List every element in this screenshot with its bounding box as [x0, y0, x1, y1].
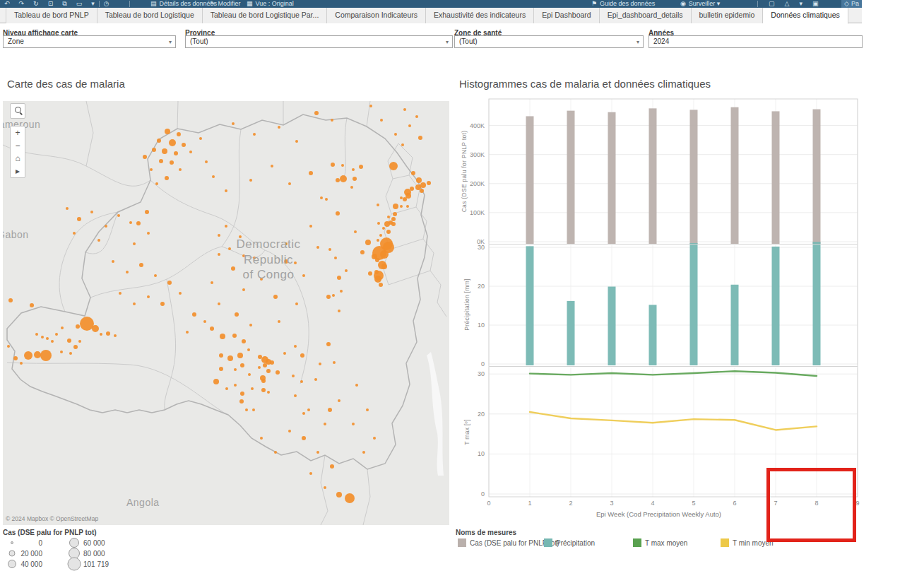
legend-item-tmin[interactable]: T min moyen	[721, 538, 774, 547]
bar-precipitation-week-2[interactable]	[567, 301, 575, 365]
malaria-case-dot[interactable]	[136, 221, 141, 225]
malaria-case-dot[interactable]	[420, 182, 426, 188]
malaria-case-dot[interactable]	[337, 276, 341, 280]
malaria-case-dot[interactable]	[203, 320, 206, 323]
bar-cas-malaria-week-8[interactable]	[813, 110, 821, 244]
malaria-case-dot[interactable]	[328, 408, 332, 412]
malaria-case-dot[interactable]	[133, 242, 136, 245]
malaria-case-dot[interactable]	[330, 464, 334, 469]
malaria-case-dot[interactable]	[300, 353, 304, 358]
expand-button[interactable]: ▸	[11, 165, 25, 177]
malaria-case-dot[interactable]	[114, 334, 117, 337]
tab-epi-dashboard-details[interactable]: Epi_dashboard_details	[600, 8, 692, 23]
malaria-map[interactable]: Cameroun Gabon Democratic Republic of Co…	[3, 101, 449, 525]
malaria-case-dot[interactable]	[261, 379, 266, 383]
malaria-case-dot[interactable]	[258, 366, 261, 369]
malaria-case-dot[interactable]	[384, 221, 390, 227]
malaria-case-dot[interactable]	[234, 384, 237, 387]
comment-icon[interactable]: ▢	[769, 0, 775, 8]
malaria-case-dot[interactable]	[379, 234, 382, 237]
malaria-case-dot[interactable]	[41, 336, 44, 339]
malaria-case-dot[interactable]	[239, 399, 244, 404]
malaria-case-dot[interactable]	[232, 122, 235, 125]
undo-icon[interactable]: ↶	[4, 0, 10, 8]
malaria-case-dot[interactable]	[345, 493, 355, 503]
legend-item-precipitation[interactable]: Précipitation	[544, 538, 595, 547]
malaria-case-dot[interactable]	[406, 205, 409, 208]
malaria-case-dot[interactable]	[316, 451, 319, 454]
malaria-case-dot[interactable]	[386, 230, 391, 234]
malaria-case-dot[interactable]	[420, 189, 424, 193]
map-search-button[interactable]	[10, 103, 25, 119]
malaria-case-dot[interactable]	[157, 139, 161, 143]
malaria-case-dot[interactable]	[309, 472, 312, 475]
malaria-case-dot[interactable]	[294, 394, 297, 397]
malaria-case-dot[interactable]	[160, 302, 165, 306]
legend-item-tmax[interactable]: T max moyen	[633, 538, 687, 547]
malaria-case-dot[interactable]	[377, 222, 380, 225]
bar-precipitation-week-5[interactable]	[690, 243, 698, 365]
malaria-case-dot[interactable]	[46, 337, 49, 340]
malaria-case-dot[interactable]	[352, 423, 355, 425]
malaria-case-dot[interactable]	[129, 221, 132, 224]
caret-down-icon[interactable]: ▾	[91, 0, 95, 8]
malaria-case-dot[interactable]	[391, 222, 396, 226]
malaria-case-dot[interactable]	[225, 225, 227, 228]
malaria-case-dot[interactable]	[410, 187, 414, 191]
malaria-case-dot[interactable]	[218, 302, 220, 305]
filter-province[interactable]: (Tout) ▾	[185, 35, 453, 48]
malaria-case-dot[interactable]	[147, 232, 150, 235]
malaria-case-dot[interactable]	[100, 333, 102, 336]
bar-precipitation-week-7[interactable]	[772, 247, 780, 365]
malaria-case-dot[interactable]	[78, 340, 81, 343]
malaria-case-dot[interactable]	[97, 239, 100, 242]
map-attribution[interactable]: © 2024 Mapbox © OpenStreetMap	[6, 515, 98, 522]
malaria-case-dot[interactable]	[169, 139, 176, 146]
malaria-case-dot[interactable]	[359, 165, 363, 169]
malaria-case-dot[interactable]	[334, 257, 337, 259]
malaria-case-dot[interactable]	[427, 181, 431, 185]
malaria-case-dot[interactable]	[415, 115, 418, 118]
malaria-case-dot[interactable]	[212, 175, 215, 178]
malaria-case-dot[interactable]	[237, 353, 243, 358]
malaria-case-dot[interactable]	[295, 140, 298, 143]
malaria-case-dot[interactable]	[249, 179, 252, 182]
malaria-case-dot[interactable]	[273, 295, 278, 299]
malaria-case-dot[interactable]	[292, 375, 295, 377]
refresh-icon[interactable]: ↻	[33, 0, 39, 8]
malaria-case-dot[interactable]	[35, 333, 38, 336]
malaria-case-dot[interactable]	[182, 143, 186, 147]
malaria-case-dot[interactable]	[368, 271, 372, 276]
caret-down-icon[interactable]: ▾	[799, 0, 802, 8]
malaria-case-dot[interactable]	[319, 363, 321, 365]
malaria-case-dot[interactable]	[324, 423, 326, 425]
malaria-case-dot[interactable]	[411, 171, 415, 175]
malaria-case-dot[interactable]	[276, 370, 280, 375]
malaria-case-dot[interactable]	[219, 353, 223, 358]
malaria-case-dot[interactable]	[403, 197, 407, 201]
malaria-case-dot[interactable]	[189, 151, 192, 153]
malaria-case-dot[interactable]	[165, 129, 170, 134]
home-button[interactable]: ⌂	[11, 152, 25, 165]
malaria-case-dot[interactable]	[165, 176, 169, 180]
malaria-case-dot[interactable]	[261, 388, 266, 392]
malaria-case-dot[interactable]	[331, 119, 333, 122]
malaria-case-dot[interactable]	[381, 264, 387, 269]
malaria-case-dot[interactable]	[192, 312, 196, 317]
malaria-case-dot[interactable]	[235, 312, 239, 317]
malaria-case-dot[interactable]	[106, 331, 110, 336]
malaria-case-dot[interactable]	[139, 263, 143, 267]
malaria-case-dot[interactable]	[242, 288, 245, 291]
malaria-case-dot[interactable]	[387, 216, 390, 218]
malaria-case-dot[interactable]	[248, 373, 251, 376]
malaria-case-dot[interactable]	[240, 363, 244, 367]
size-icon[interactable]: ▭	[76, 0, 83, 8]
malaria-case-dot[interactable]	[147, 295, 150, 298]
malaria-case-dot[interactable]	[51, 340, 54, 343]
malaria-case-dot[interactable]	[377, 204, 379, 206]
bar-precipitation-week-4[interactable]	[649, 305, 657, 365]
malaria-case-dot[interactable]	[154, 274, 157, 277]
malaria-case-dot[interactable]	[225, 387, 228, 390]
malaria-case-dot[interactable]	[341, 164, 344, 167]
malaria-case-dot[interactable]	[350, 186, 353, 189]
